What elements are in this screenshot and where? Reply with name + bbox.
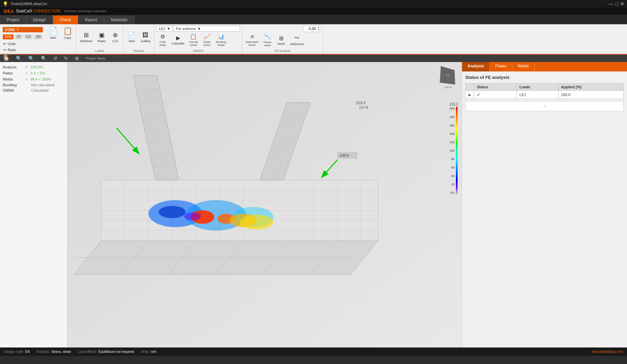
loads-cell: LE1 <box>517 91 558 99</box>
extreme-dropdown[interactable]: For extreme ▼ <box>173 26 240 32</box>
cd-btn[interactable]: CD <box>24 34 33 39</box>
minimize-btn[interactable]: — <box>609 1 614 6</box>
analysis-value: 100.0% <box>30 65 43 69</box>
save-btn[interactable]: 💾 Save <box>2 53 74 59</box>
plastic-strain-icon: 📉 <box>264 34 271 40</box>
new-btn-project[interactable]: 📄 New <box>47 26 59 40</box>
redo-btn[interactable]: ↪ Redo <box>2 47 74 53</box>
project-controls-top: CON1 ▼ EPS ST CD DR 📄 New 📋 <box>2 26 74 40</box>
code-setup-btn[interactable]: ⚙ Codesetup <box>157 32 169 48</box>
right-tab-welds[interactable]: Welds <box>512 62 535 71</box>
colorbar-label-20: 20 <box>449 183 455 186</box>
colorbar-label-60: 60 <box>449 166 455 169</box>
buckling-shape-btn[interactable]: 📊 Bucklingshape <box>214 32 228 48</box>
plates-label: Plates <box>3 71 23 75</box>
website-link[interactable]: www.ideastatica.com <box>592 350 623 354</box>
deformed-icon: 〜 <box>294 35 300 42</box>
tab-project[interactable]: Project <box>0 16 26 24</box>
load-case-dropdown[interactable]: LE1 ▼ <box>157 26 173 32</box>
spinbox-input[interactable]: 5.00 <box>303 26 317 31</box>
new-picture-btn[interactable]: 📄 New <box>126 30 138 44</box>
viewport[interactable]: 100.0 <box>67 62 462 347</box>
overall-check-icon: 📋 <box>190 33 197 40</box>
spinbox-up[interactable]: ▲ <box>317 26 321 29</box>
colorbar: 213.2 200 180 160 140 120 100 80 60 40 2… <box>449 102 458 194</box>
cbfem-items: ⚙ Codesetup ▶ Calculate 📋 Overallcheck 📈… <box>157 32 240 48</box>
load-effects-value: Equilibrium not required <box>99 350 134 354</box>
code-setup-icon: ⚙ <box>160 33 165 40</box>
ribbon-group-cbfem: LE1 ▼ For extreme ▼ ⚙ Codesetup ▶ Calcul… <box>155 24 242 54</box>
undo-label: Undo <box>8 42 16 46</box>
right-tab-plates[interactable]: Plates <box>490 62 512 71</box>
cbfem-top-row: LE1 ▼ For extreme ▼ <box>157 26 240 32</box>
strain-check-btn[interactable]: 📈 Straincheck <box>201 32 213 48</box>
cube-3d: +Y [1e-4] <box>438 67 458 87</box>
tab-design[interactable]: Design <box>26 16 53 24</box>
colorbar-labels: 200 180 160 140 120 100 80 60 40 20 0.0 <box>449 107 455 194</box>
lcs-label: LCS <box>112 39 118 43</box>
zoom2-nav-btn[interactable]: 🔍 <box>41 56 47 61</box>
fe-status-title: Status of FE analysis <box>465 75 624 80</box>
viewport-svg: -100.0 [1e-4] 213.2 <box>67 62 462 347</box>
dr-btn[interactable]: DR <box>34 34 43 39</box>
colorbar-label-40: 40 <box>449 174 455 178</box>
app-header: IDEA StatiCa® CONNECTION Calculate yeste… <box>0 7 627 15</box>
buckling-label: Buckling <box>3 83 23 87</box>
main-content: Analysis ✓ 100.0% Plates ✓ 3.1 < 5% Weld… <box>0 62 627 347</box>
cube-box: +Y <box>440 66 455 85</box>
colorbar-label-0: 0.0 <box>449 191 455 194</box>
lcs-icon: ⊕ <box>113 31 118 39</box>
tab-check[interactable]: Check <box>53 16 78 24</box>
gallery-btn[interactable]: 🖼 Gallery <box>139 31 152 44</box>
ribbon-group-labels: ⊞ Members ▣ Plates ⊕ LCS Labels <box>76 24 124 54</box>
con-label: CON1 <box>5 28 15 32</box>
maximize-btn[interactable]: □ <box>616 1 618 6</box>
colorbar-label-80: 80 <box>449 157 455 161</box>
con-selector[interactable]: CON1 ▼ <box>3 27 43 32</box>
tab-materials[interactable]: Materials <box>104 16 135 24</box>
overall-check-btn[interactable]: 📋 Overallcheck <box>187 32 199 48</box>
buckling-status-row: Buckling Not calculated <box>3 83 64 87</box>
pictures-items: 📄 New 🖼 Gallery <box>126 26 152 49</box>
redo-nav-btn[interactable]: ↻ <box>64 56 68 61</box>
calculate-btn[interactable]: ▶ Calculate <box>170 34 186 46</box>
copy-btn[interactable]: 📋 Copy <box>61 26 74 40</box>
home-nav-btn[interactable]: 🏠 <box>3 56 9 61</box>
fe-spinbox[interactable]: 5.00 ▲ ▼ <box>303 26 321 32</box>
lcs-btn[interactable]: ⊕ LCS <box>109 30 121 44</box>
members-btn[interactable]: ⊞ Members <box>78 30 94 44</box>
search-nav-btn[interactable]: 🔍 <box>16 56 22 61</box>
eps-btn[interactable]: EPS <box>3 34 13 39</box>
deformed-btn[interactable]: 〜 Deformed <box>289 34 305 47</box>
colorbar-label-120: 120 <box>449 141 455 144</box>
plates-btn[interactable]: ▣ Plates <box>96 30 108 44</box>
redo-icon: ↪ <box>3 48 6 52</box>
expand-collapse-panel[interactable]: ⤢ <box>465 101 624 111</box>
project-items-label: Project Items <box>86 57 105 60</box>
expand-btn[interactable]: ▶ <box>466 91 474 99</box>
status-ok-icon: ✔ <box>477 92 481 97</box>
fe-status-table: Status Loads Applied [%] ▶ ✔ LE1 100.0 <box>465 83 624 99</box>
fe-analysis-group-label: FE analysis <box>275 49 291 53</box>
analysis-status-row: Analysis ✓ 100.0% <box>3 65 64 69</box>
design-code-label: Design code: <box>4 350 24 354</box>
mesh-btn[interactable]: ⊞ Mesh <box>275 34 287 47</box>
zoom-nav-btn[interactable]: 🔍 <box>28 56 34 61</box>
load-effects-item: Load effects: Equilibrium not required <box>78 350 134 354</box>
equiv-stress-btn[interactable]: ≡ Equivalentstress <box>244 33 260 48</box>
undo-nav-btn[interactable]: ↺ <box>53 56 57 61</box>
grid-nav-btn[interactable]: ⊞ <box>75 56 79 61</box>
cube-nav[interactable]: +Y [1e-4] <box>438 65 458 86</box>
spinbox-arrows: ▲ ▼ <box>317 26 321 32</box>
close-btn[interactable]: ✕ <box>620 1 624 6</box>
st-btn[interactable]: ST <box>15 34 23 39</box>
spinbox-down[interactable]: ▼ <box>317 29 321 31</box>
right-tab-analysis[interactable]: Analysis <box>462 62 490 71</box>
plastic-strain-btn[interactable]: 📉 Plasticstrain <box>262 33 274 48</box>
undo-btn[interactable]: ↩ Undo <box>2 41 74 47</box>
tab-report[interactable]: Report <box>78 16 104 24</box>
colorbar-scale <box>456 107 458 194</box>
app-logo-icon: IDEA <box>3 9 14 14</box>
colorbar-label-180: 180 <box>449 115 455 119</box>
gallery-label: Gallery <box>141 39 151 43</box>
